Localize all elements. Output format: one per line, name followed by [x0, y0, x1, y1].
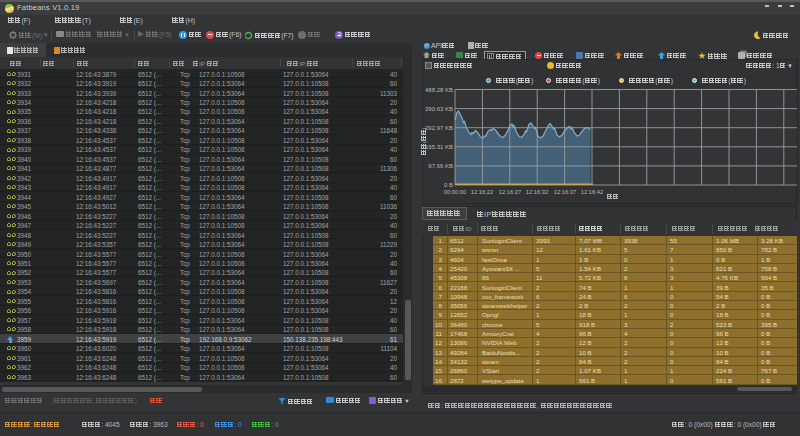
svg-text:12:16:22: 12:16:22 [471, 189, 494, 195]
svg-text:00:00:00: 00:00:00 [444, 189, 467, 195]
svg-text:488.28 KB: 488.28 KB [425, 87, 453, 93]
svg-text:195.31 KB: 195.31 KB [425, 144, 453, 150]
svg-text:97.66 KB: 97.66 KB [428, 163, 453, 169]
svg-text:12:16:42: 12:16:42 [581, 189, 604, 195]
svg-text:0 B: 0 B [444, 182, 453, 188]
svg-text:12:16:27: 12:16:27 [499, 189, 522, 195]
svg-text:12:16:32: 12:16:32 [526, 189, 549, 195]
svg-text:390.63 KB: 390.63 KB [425, 106, 453, 112]
svg-text:292.97 KB: 292.97 KB [425, 125, 453, 131]
svg-text:12:16:37: 12:16:37 [554, 189, 577, 195]
